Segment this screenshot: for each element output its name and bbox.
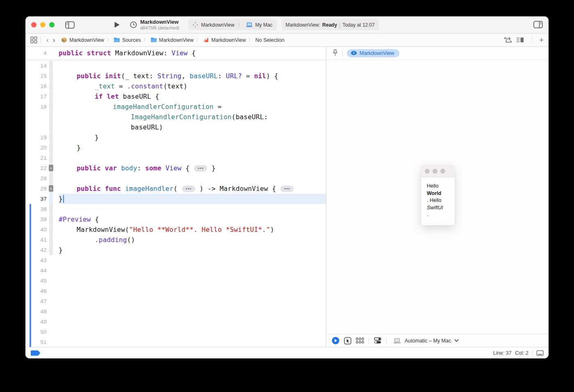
- code-line[interactable]: 48: [25, 306, 326, 317]
- toggle-inspector-icon[interactable]: [533, 21, 543, 28]
- fold-ribbon[interactable]: [49, 173, 53, 184]
- code-content[interactable]: [59, 61, 326, 71]
- preview-window[interactable]: Hello World . Hello SwiftUI .: [421, 165, 455, 225]
- fold-ribbon[interactable]: [49, 224, 53, 235]
- line-number[interactable]: 29: [31, 186, 47, 192]
- line-number[interactable]: 51: [31, 339, 47, 345]
- fold-ribbon[interactable]: [49, 61, 53, 71]
- fold-ribbon[interactable]: [49, 91, 53, 102]
- line-number[interactable]: 46: [31, 288, 47, 294]
- code-fold-ellipsis[interactable]: [280, 186, 294, 192]
- line-number[interactable]: 44: [31, 267, 47, 274]
- code-content[interactable]: [59, 173, 326, 184]
- fold-ribbon[interactable]: [49, 143, 53, 153]
- code-line[interactable]: 45: [25, 276, 326, 286]
- toggle-navigator-icon[interactable]: [65, 21, 75, 29]
- fold-ribbon[interactable]: [49, 112, 53, 122]
- code-fold-ellipsis[interactable]: [182, 186, 195, 192]
- line-number[interactable]: 43: [31, 257, 47, 263]
- code-content[interactable]: MarkdownView("Hello **World**. Hello *Sw…: [59, 224, 326, 235]
- line-number[interactable]: 20: [31, 145, 47, 151]
- pin-icon[interactable]: [332, 49, 338, 57]
- line-number[interactable]: 47: [31, 298, 47, 304]
- line-number[interactable]: 16: [31, 83, 47, 89]
- go-forward-button[interactable]: ›: [51, 36, 57, 43]
- fold-chevron-icon[interactable]: ›: [49, 185, 53, 192]
- breadcrumb-selection[interactable]: No Selection: [255, 37, 285, 43]
- breadcrumb-project[interactable]: MarkdownView: [61, 37, 104, 43]
- code-content[interactable]: .padding(): [59, 235, 326, 245]
- fold-ribbon[interactable]: [49, 255, 53, 265]
- code-content[interactable]: [59, 255, 326, 265]
- line-number[interactable]: 28: [31, 175, 47, 181]
- line-number[interactable]: 42: [31, 247, 47, 253]
- fold-chevron-icon[interactable]: ›: [49, 165, 53, 171]
- close-window-button[interactable]: [31, 22, 36, 27]
- code-line[interactable]: 22›public var body: some View { }: [25, 163, 326, 173]
- line-number[interactable]: 4: [31, 50, 47, 56]
- related-items-icon[interactable]: [30, 36, 37, 43]
- fold-ribbon[interactable]: [49, 81, 53, 91]
- code-line[interactable]: 47: [25, 296, 326, 306]
- line-number[interactable]: 21: [31, 155, 47, 161]
- breakpoints-toggle[interactable]: [30, 350, 41, 356]
- code-content[interactable]: [59, 265, 326, 276]
- breadcrumb-file[interactable]: MarkdownView: [203, 37, 246, 43]
- fold-ribbon[interactable]: [49, 265, 53, 276]
- fold-ribbon[interactable]: [49, 102, 53, 112]
- go-back-button[interactable]: ‹: [44, 36, 51, 43]
- breadcrumb-folder[interactable]: Sources: [114, 37, 141, 43]
- code-content[interactable]: [59, 153, 326, 163]
- code-line[interactable]: 21: [25, 153, 326, 163]
- fold-ribbon[interactable]: [49, 245, 53, 255]
- code-content[interactable]: ImageHandlerConfiguration(baseURL:: [59, 112, 326, 122]
- activity-view[interactable]: MarkdownView d8475f6 (detached): [130, 19, 179, 31]
- code-line[interactable]: 28: [25, 173, 326, 184]
- editor-options-icon[interactable]: [516, 37, 524, 43]
- fold-ribbon[interactable]: [49, 317, 53, 327]
- code-content[interactable]: public var body: some View { }: [59, 163, 326, 173]
- code-line[interactable]: 42}: [25, 245, 326, 255]
- minimize-window-button[interactable]: [40, 22, 46, 27]
- code-content[interactable]: baseURL): [59, 122, 326, 132]
- fold-ribbon[interactable]: [49, 306, 53, 317]
- fold-ribbon[interactable]: [49, 153, 53, 163]
- preview-device-picker[interactable]: Automatic – My Mac: [393, 338, 459, 344]
- line-number[interactable]: 37: [31, 196, 47, 202]
- code-content[interactable]: [59, 327, 326, 337]
- fold-ribbon[interactable]: [49, 286, 53, 296]
- code-review-icon[interactable]: [504, 37, 512, 43]
- code-content[interactable]: if let baseURL {: [59, 91, 326, 102]
- code-line[interactable]: 50: [25, 327, 326, 337]
- code-line[interactable]: 43: [25, 255, 326, 265]
- code-line[interactable]: 15public init(_ text: String, baseURL: U…: [25, 71, 326, 81]
- code-content[interactable]: [59, 337, 326, 347]
- code-line[interactable]: 18imageHandlerConfiguration =: [25, 102, 326, 112]
- code-line[interactable]: 20}: [25, 143, 326, 153]
- line-number[interactable]: 50: [31, 329, 47, 335]
- fold-ribbon[interactable]: [49, 194, 53, 204]
- fold-ribbon[interactable]: [49, 296, 53, 306]
- code-line[interactable]: 29›public func imageHandler( ) -> Markdo…: [25, 184, 326, 194]
- code-content[interactable]: [59, 306, 326, 317]
- variants-mode-button[interactable]: [356, 338, 364, 344]
- line-number[interactable]: 15: [31, 73, 47, 79]
- code-content[interactable]: [59, 276, 326, 286]
- fold-ribbon[interactable]: [49, 122, 53, 132]
- code-content[interactable]: }: [59, 245, 326, 255]
- line-number[interactable]: 22: [31, 165, 47, 171]
- code-line[interactable]: 40MarkdownView("Hello **World**. Hello *…: [25, 224, 326, 235]
- line-number[interactable]: 49: [31, 319, 47, 325]
- code-content[interactable]: [59, 296, 326, 306]
- fold-ribbon[interactable]: [49, 214, 53, 224]
- fold-ribbon[interactable]: [49, 71, 53, 81]
- device-settings-icon[interactable]: [374, 337, 382, 344]
- code-line[interactable]: baseURL): [25, 122, 326, 132]
- code-content[interactable]: }: [59, 132, 326, 143]
- line-number[interactable]: 45: [31, 278, 47, 284]
- code-fold-ellipsis[interactable]: [194, 165, 207, 172]
- code-content[interactable]: imageHandlerConfiguration =: [59, 102, 326, 112]
- sticky-declaration-line[interactable]: 4 public struct MarkdownView: View {: [25, 47, 326, 60]
- line-number[interactable]: 41: [31, 237, 47, 243]
- code-line[interactable]: 16_text = .constant(text): [25, 81, 326, 91]
